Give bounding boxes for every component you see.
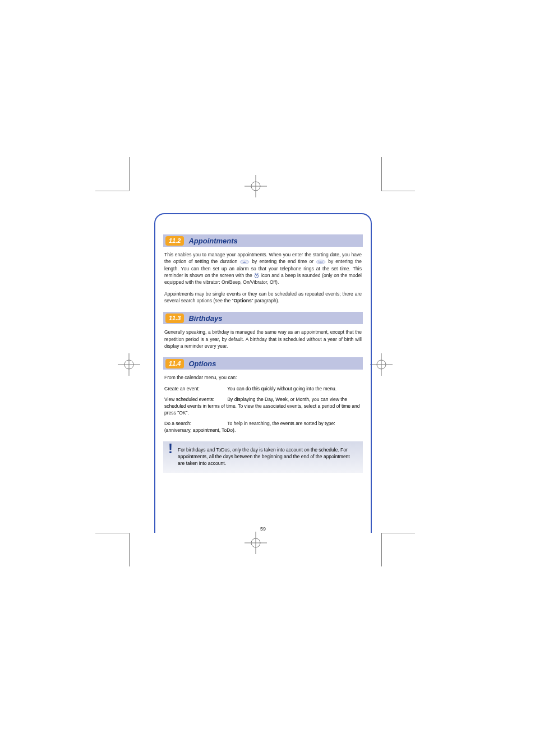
section-paragraph: From the calendar menu, you can:: [164, 374, 362, 381]
key-icon: abc: [239, 259, 250, 265]
definition-view: View scheduled events: By displaying the…: [164, 396, 362, 417]
section-paragraph: Appointments may be single events or the…: [164, 291, 362, 305]
note-icon: !: [167, 445, 174, 459]
definition-create: Create an event: You can do this quickly…: [164, 385, 362, 392]
crop-mark: [381, 533, 415, 533]
manual-page: 11.2 Appointments This enables you to ma…: [154, 213, 372, 533]
svg-line-19: [255, 273, 256, 274]
section-header-options: 11.4 Options: [163, 357, 363, 370]
definition-search: Do a search: To help in searching, the e…: [164, 420, 362, 434]
registration-mark: [370, 353, 393, 376]
crop-mark: [381, 191, 415, 191]
registration-mark: [245, 175, 267, 197]
registration-mark: [245, 532, 267, 554]
section-paragraph: Generally speaking, a birthday is manage…: [164, 329, 362, 349]
svg-text:1@#: 1@#: [319, 261, 324, 264]
section-title: Appointments: [188, 237, 237, 245]
section-title: Birthdays: [188, 314, 222, 322]
crop-mark: [129, 157, 130, 191]
section-number: 11.2: [165, 236, 184, 246]
crop-mark: [95, 191, 129, 191]
crop-mark: [381, 157, 382, 191]
page-number: 59: [260, 526, 266, 532]
crop-mark: [381, 533, 382, 566]
svg-line-20: [257, 273, 259, 274]
note-text: For birthdays and ToDos, only the day is…: [178, 447, 350, 466]
registration-mark: [118, 353, 140, 376]
svg-text:abc: abc: [243, 261, 246, 264]
key-icon: 1@#: [316, 259, 326, 265]
crop-mark: [129, 533, 130, 566]
section-number: 11.3: [165, 314, 184, 323]
section-header-birthdays: 11.3 Birthdays: [163, 312, 363, 324]
alarm-icon: [253, 273, 260, 279]
crop-mark: [95, 533, 129, 533]
section-number: 11.4: [165, 359, 184, 368]
section-header-appointments: 11.2 Appointments: [163, 234, 363, 247]
note-box: ! For birthdays and ToDos, only the day …: [163, 441, 363, 473]
section-paragraph: This enables you to manage your appointm…: [164, 251, 362, 286]
section-title: Options: [188, 359, 216, 368]
